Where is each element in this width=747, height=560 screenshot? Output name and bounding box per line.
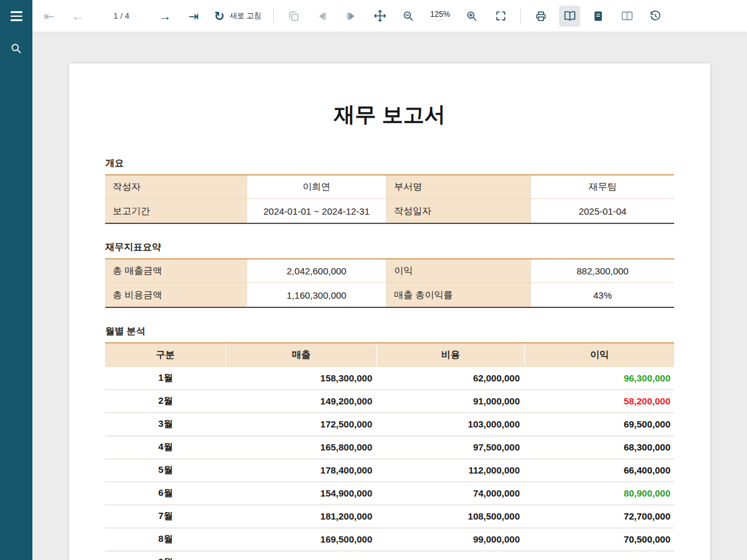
first-page-button[interactable]: ⇤ — [39, 6, 60, 27]
step-forward-button[interactable] — [341, 6, 362, 27]
table-row: 7월 181,200,000 108,500,000 72,700,000 — [105, 505, 674, 528]
table-row: 4월 165,800,000 97,500,000 68,300,000 — [105, 436, 674, 459]
zoom-in-icon — [466, 10, 478, 22]
page-solid-icon — [592, 10, 604, 22]
profit-cell: 70,500,000 — [525, 528, 674, 551]
zoom-out-button[interactable] — [398, 6, 419, 27]
copy-icon — [288, 10, 300, 22]
search-icon[interactable] — [7, 41, 25, 56]
history-button[interactable] — [645, 6, 666, 27]
sales-cell: 149,200,000 — [226, 390, 377, 413]
refresh-button[interactable]: ↻ 새로 고침 — [212, 6, 264, 27]
value-cell: 2025-01-04 — [531, 199, 674, 223]
two-page-view-button[interactable] — [616, 6, 637, 27]
label-cell: 작성자 — [105, 175, 247, 199]
report-page: 재무 보고서 개요 작성자 이희연 부서명 재무팀 보고기간 2024-01-0… — [69, 63, 710, 560]
last-page-button[interactable]: ⇥ — [183, 6, 204, 27]
history-clock-icon — [649, 10, 662, 22]
sales-cell: 172,500,000 — [226, 413, 377, 436]
sales-cell: 181,200,000 — [226, 505, 377, 528]
label-cell: 보고기간 — [105, 199, 247, 223]
step-forward-icon — [345, 10, 357, 22]
left-sidebar — [0, 0, 32, 560]
column-header: 매출 — [226, 343, 377, 367]
sales-cell: 165,800,000 — [226, 436, 377, 459]
zoom-in-button[interactable] — [461, 6, 482, 27]
month-cell: 8월 — [105, 528, 226, 551]
zoom-level-dropdown[interactable]: 125% ··· — [426, 5, 454, 27]
next-page-button[interactable]: → — [154, 6, 176, 27]
month-cell: 9월 — [105, 551, 226, 560]
profit-cell: 66,400,000 — [525, 459, 674, 482]
value-cell: 882,300,000 — [531, 259, 674, 283]
page-view-button[interactable] — [588, 6, 609, 27]
monthly-table: 구분 매출 비용 이익 1월 158,300,000 62,000,000 96… — [105, 342, 674, 560]
export-copy-button[interactable] — [283, 6, 304, 27]
cost-cell: 62,000,000 — [377, 367, 525, 390]
value-cell: 재무팀 — [531, 175, 674, 199]
value-cell: 이희연 — [247, 175, 387, 199]
step-back-button[interactable] — [312, 6, 333, 27]
open-book-icon — [563, 9, 576, 22]
month-cell: 5월 — [105, 459, 226, 482]
fullscreen-icon — [495, 10, 507, 22]
zoom-out-icon — [402, 10, 415, 22]
profit-cell: 68,300,000 — [525, 436, 674, 459]
table-row: 9월 — [105, 551, 674, 560]
monthly-section: 월별 분석 구분 매출 비용 이익 1월 158,300,000 62,000,… — [105, 325, 674, 560]
sales-cell — [226, 551, 377, 560]
pan-move-icon — [374, 9, 387, 22]
table-row: 8월 169,500,000 99,000,000 70,500,000 — [105, 528, 674, 551]
column-header: 이익 — [525, 343, 674, 367]
month-cell: 6월 — [105, 482, 226, 505]
profit-cell: 96,300,000 — [525, 367, 674, 390]
table-row: 1월 158,300,000 62,000,000 96,300,000 — [105, 367, 674, 390]
sales-cell: 169,500,000 — [226, 528, 377, 551]
monthly-table-header: 구분 매출 비용 이익 — [105, 343, 674, 367]
print-button[interactable] — [530, 6, 552, 27]
value-cell: 1,160,300,000 — [247, 283, 387, 307]
cost-cell: 108,500,000 — [377, 505, 525, 528]
zoom-menu-dots: ··· — [436, 19, 444, 22]
label-cell: 이익 — [387, 259, 531, 283]
cost-cell: 112,000,000 — [377, 459, 525, 482]
label-cell: 총 비용금액 — [105, 283, 247, 307]
pan-button[interactable] — [369, 6, 390, 27]
cost-cell: 99,000,000 — [377, 528, 525, 551]
document-viewer[interactable]: 재무 보고서 개요 작성자 이희연 부서명 재무팀 보고기간 2024-01-0… — [32, 32, 747, 560]
table-row: 6월 154,900,000 74,000,000 80,900,000 — [105, 482, 674, 505]
report-title: 재무 보고서 — [105, 101, 674, 128]
column-header: 구분 — [105, 343, 226, 367]
main-panel: ⇤ ← 1 / 4 → ⇥ ↻ 새로 고침 — [32, 0, 747, 560]
book-view-button[interactable] — [559, 6, 580, 27]
cost-cell: 91,000,000 — [377, 390, 525, 413]
summary-section: 재무지표요약 총 매출금액 2,042,600,000 이익 882,300,0… — [105, 241, 674, 308]
section-heading: 재무지표요약 — [105, 241, 674, 253]
app-window: ⇤ ← 1 / 4 → ⇥ ↻ 새로 고침 — [0, 0, 747, 560]
profit-cell: 72,700,000 — [525, 505, 674, 528]
profit-cell: 69,500,000 — [525, 413, 674, 436]
prev-page-button[interactable]: ← — [67, 6, 88, 27]
refresh-label: 새로 고침 — [230, 11, 261, 21]
month-cell: 3월 — [105, 413, 226, 436]
month-cell: 7월 — [105, 505, 226, 528]
value-cell: 43% — [531, 283, 674, 307]
page-indicator: 1 / 4 — [105, 11, 138, 21]
profit-cell: 80,900,000 — [525, 482, 674, 505]
sales-cell: 154,900,000 — [226, 482, 377, 505]
month-cell: 1월 — [105, 367, 226, 390]
menu-icon[interactable] — [7, 9, 25, 24]
refresh-icon: ↻ — [214, 9, 225, 24]
profit-cell — [525, 551, 674, 560]
section-heading: 월별 분석 — [105, 325, 674, 337]
cost-cell — [377, 551, 525, 560]
section-heading: 개요 — [105, 157, 674, 169]
table-row: 2월 149,200,000 91,000,000 58,200,000 — [105, 390, 674, 413]
label-cell: 매출 총이익률 — [387, 283, 531, 307]
summary-table: 총 매출금액 2,042,600,000 이익 882,300,000 총 비용… — [105, 258, 674, 308]
value-cell: 2024-01-01 ~ 2024-12-31 — [247, 199, 387, 223]
cost-cell: 74,000,000 — [377, 482, 525, 505]
print-icon — [535, 10, 547, 22]
month-cell: 2월 — [105, 390, 226, 413]
fullscreen-button[interactable] — [490, 6, 511, 27]
